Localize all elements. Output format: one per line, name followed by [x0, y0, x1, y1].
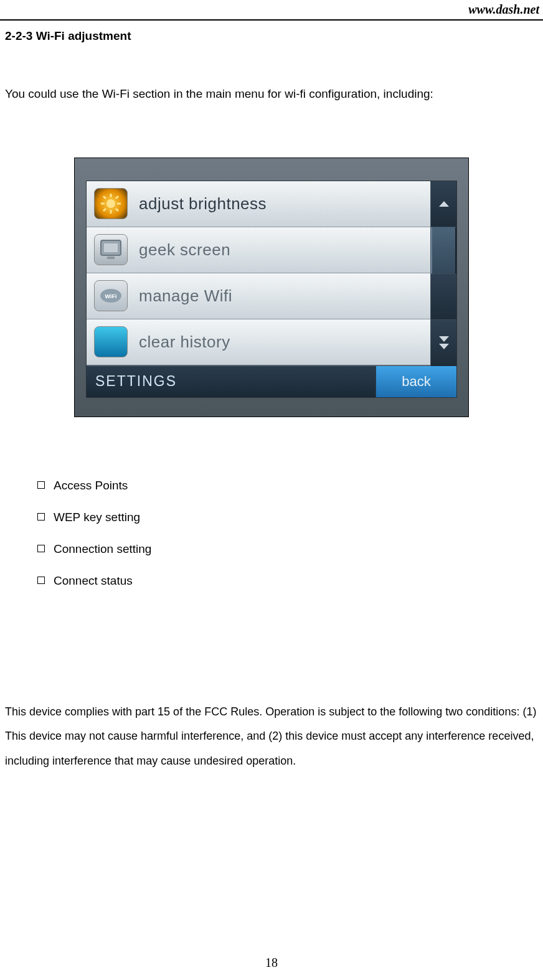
svg-line-7: [116, 196, 118, 199]
icon-cell: [87, 188, 135, 219]
bullet-text: WEP key setting: [54, 511, 140, 523]
wifi-icon: WiFi: [94, 280, 128, 311]
scroll-track: [431, 274, 456, 321]
checkbox-icon: [37, 513, 45, 521]
device-screen: adjust brightness geek screen: [86, 181, 457, 398]
svg-rect-11: [107, 257, 115, 259]
menu-area: adjust brightness geek screen: [87, 181, 456, 366]
svg-rect-10: [104, 243, 118, 252]
geek-icon: [94, 234, 128, 265]
menu-item-history[interactable]: clear history: [87, 319, 430, 365]
checkbox-icon: [37, 481, 45, 489]
svg-line-6: [116, 209, 118, 211]
icon-cell: [87, 326, 135, 357]
menu-item-wifi[interactable]: WiFi manage Wifi: [87, 273, 430, 319]
menu-label: geek screen: [135, 240, 230, 260]
checkbox-icon: [37, 545, 45, 552]
arrow-up-icon: [439, 201, 449, 207]
icon-cell: [87, 234, 135, 265]
scroll-up-button[interactable]: [431, 181, 456, 228]
menu-label: adjust brightness: [135, 194, 267, 214]
header-url: www.dash.net: [0, 0, 543, 18]
svg-point-0: [106, 199, 115, 208]
scrollbar[interactable]: [430, 181, 456, 366]
list-item: WEP key setting: [37, 511, 538, 523]
bullet-text: Connection setting: [54, 543, 151, 555]
scroll-down-button[interactable]: [431, 320, 456, 366]
header-divider: [0, 19, 543, 21]
section-title: 2-2-3 Wi-Fi adjustment: [0, 29, 543, 43]
history-icon: [94, 326, 128, 357]
menu-item-brightness[interactable]: adjust brightness: [87, 181, 430, 227]
footer-title: SETTINGS: [87, 366, 375, 397]
bullet-list: Access Points WEP key setting Connection…: [0, 417, 543, 587]
fcc-notice: This device complies with part 15 of the…: [0, 606, 543, 774]
checkbox-icon: [37, 577, 45, 584]
menu-rows: adjust brightness geek screen: [87, 181, 430, 366]
sun-icon: [94, 188, 128, 219]
screen-footer: SETTINGS back: [87, 366, 456, 397]
bullet-text: Connect status: [54, 575, 133, 587]
svg-line-5: [103, 196, 106, 199]
menu-label: manage Wifi: [135, 286, 232, 306]
back-button[interactable]: back: [375, 366, 456, 397]
device-photo: adjust brightness geek screen: [74, 158, 469, 417]
scroll-handle[interactable]: [431, 227, 456, 274]
intro-text: You could use the Wi-Fi section in the m…: [0, 43, 543, 108]
svg-line-8: [103, 209, 106, 211]
menu-item-geek[interactable]: geek screen: [87, 227, 430, 273]
menu-label: clear history: [135, 332, 230, 352]
arrow-down-icon: [439, 336, 449, 349]
icon-cell: WiFi: [87, 280, 135, 311]
bullet-text: Access Points: [54, 479, 128, 491]
page-number: 18: [0, 956, 543, 970]
list-item: Access Points: [37, 479, 538, 491]
device-bezel: adjust brightness geek screen: [74, 158, 469, 417]
list-item: Connect status: [37, 575, 538, 587]
list-item: Connection setting: [37, 543, 538, 555]
svg-text:WiFi: WiFi: [105, 293, 117, 299]
document-page: www.dash.net 2-2-3 Wi-Fi adjustment You …: [0, 0, 543, 980]
